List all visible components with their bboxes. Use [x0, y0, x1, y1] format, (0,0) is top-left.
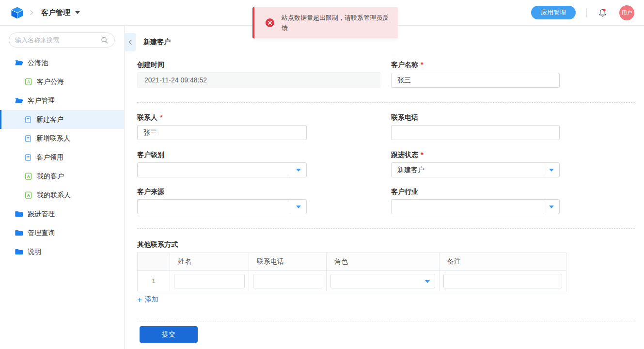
sidebar-item-gonghaichi[interactable]: 公海池 [0, 53, 124, 72]
svg-text:A: A [27, 193, 30, 198]
search-icon[interactable] [101, 36, 109, 44]
sidebar-item-kehulingyong[interactable]: 客户领用 [0, 148, 124, 167]
add-row-button[interactable]: + 添加 [137, 295, 158, 304]
app-manage-button[interactable]: 应用管理 [531, 6, 576, 19]
sidebar-item-label: 公海池 [28, 59, 48, 67]
submit-button[interactable]: 提交 [140, 326, 198, 343]
search-input[interactable] [15, 36, 101, 44]
table-row: 1 [138, 271, 566, 291]
folder-open-icon [15, 59, 23, 66]
created-time-label: 创建时间 [137, 61, 164, 70]
error-circle-x-icon [265, 18, 275, 28]
contact-phone-cell-input[interactable] [253, 274, 322, 288]
back-button[interactable] [125, 33, 136, 51]
column-header-role: 角色 [327, 253, 440, 271]
column-header-note: 备注 [440, 253, 566, 271]
other-contacts-table: 姓名 联系电话 角色 备注 1 [137, 253, 566, 291]
folder-icon [15, 229, 23, 237]
follow-status-select[interactable]: 新建客户 [391, 162, 560, 177]
follow-status-label: 跟进状态* [391, 151, 423, 160]
folder-open-icon [15, 97, 23, 104]
error-toast: 站点数据量超出限制，请联系管理员反馈 [252, 7, 398, 38]
notification-bell-icon[interactable] [597, 8, 608, 18]
breadcrumb-chevron-right-icon [29, 9, 34, 16]
caret-down-icon [425, 280, 430, 283]
sidebar-item-label: 管理查询 [28, 229, 55, 238]
select-value: 新建客户 [392, 166, 543, 174]
required-asterisk: * [421, 151, 423, 159]
svg-text:A: A [27, 79, 30, 84]
sidebar-item-xinzenglianxiren[interactable]: 新增联系人 [0, 129, 124, 148]
breadcrumb[interactable]: 客户管理 [41, 8, 70, 17]
row-index: 1 [138, 271, 170, 291]
document-icon [24, 154, 32, 161]
caret-down-icon [296, 206, 301, 208]
sidebar-item-label: 客户公海 [37, 78, 64, 86]
sidebar-item-kehugonghai[interactable]: A 客户公海 [0, 72, 124, 91]
sidebar-item-label: 客户领用 [36, 153, 63, 162]
customer-name-label: 客户名称* [391, 61, 423, 70]
sidebar-item-label: 我的客户 [37, 172, 64, 181]
column-header-name: 姓名 [170, 253, 249, 271]
sidebar-item-label: 我的联系人 [37, 191, 71, 200]
select-caret-segment[interactable] [290, 163, 306, 177]
sidebar-item-wodelianxiren[interactable]: A 我的联系人 [0, 186, 124, 205]
customer-industry-select[interactable] [391, 199, 560, 214]
toast-message: 站点数据量超出限制，请联系管理员反馈 [282, 7, 398, 38]
contact-note-input[interactable] [443, 274, 562, 288]
select-caret-segment[interactable] [290, 200, 306, 214]
other-contacts-label: 其他联系方式 [137, 240, 178, 250]
sidebar-item-label: 说明 [28, 248, 41, 256]
contact-card-icon: A [24, 172, 32, 180]
sidebar-item-label: 跟进管理 [28, 210, 55, 219]
sidebar-item-guanlichaxun[interactable]: 管理查询 [0, 223, 124, 242]
page-title: 新建客户 [143, 38, 171, 47]
sidebar-nav: 公海池 A 客户公海 [0, 53, 124, 261]
section-divider [137, 321, 635, 321]
sidebar-item-wodekehu[interactable]: A 我的客户 [0, 167, 124, 186]
column-header-index [138, 253, 170, 271]
table-header-row: 姓名 联系电话 角色 备注 [138, 253, 566, 271]
select-caret-segment[interactable] [543, 200, 559, 214]
plus-icon: + [137, 296, 142, 304]
customer-name-input[interactable] [391, 73, 560, 88]
folder-icon [15, 210, 23, 218]
caret-down-icon [549, 169, 554, 172]
toast-left-bar [252, 7, 254, 38]
svg-text:A: A [27, 174, 30, 179]
user-avatar[interactable]: 用户 [619, 5, 634, 20]
contact-phone-input[interactable] [391, 125, 560, 140]
contact-person-input[interactable] [137, 125, 307, 140]
sidebar-item-label: 新增联系人 [36, 134, 70, 143]
topbar-right: 应用管理 用户 [531, 5, 634, 20]
column-header-phone: 联系电话 [249, 253, 327, 271]
contact-phone-label: 联系电话 [391, 113, 418, 123]
breadcrumb-caret-down-icon[interactable] [75, 11, 80, 14]
contact-person-label: 联系人* [137, 113, 162, 123]
topbar-divider [586, 8, 587, 17]
section-divider [137, 102, 635, 103]
folder-icon [15, 248, 23, 255]
sidebar: 公海池 A 客户公海 [0, 26, 125, 349]
contact-name-input[interactable] [174, 274, 245, 288]
contact-card-icon: A [24, 191, 32, 199]
caret-down-icon [549, 206, 554, 208]
add-row-label: 添加 [145, 295, 158, 304]
sidebar-item-kehuguanli[interactable]: 客户管理 [0, 91, 124, 110]
document-icon [24, 116, 32, 124]
customer-source-select[interactable] [137, 199, 307, 214]
select-caret-segment[interactable] [543, 163, 559, 177]
sidebar-item-genjinguanli[interactable]: 跟进管理 [0, 205, 124, 223]
customer-industry-label: 客户行业 [391, 188, 418, 197]
section-divider [137, 228, 635, 229]
sidebar-item-xinjiankehu[interactable]: 新建客户 [0, 110, 124, 129]
customer-level-select[interactable] [137, 162, 307, 177]
sidebar-item-shuoming[interactable]: 说明 [0, 242, 124, 261]
created-time-field: 2021-11-24 09:48:52 [137, 72, 380, 88]
app-logo-cube-icon[interactable] [11, 6, 24, 19]
sidebar-search [9, 32, 115, 48]
document-icon [24, 135, 32, 143]
required-asterisk: * [160, 113, 162, 121]
contact-role-select[interactable] [330, 274, 435, 288]
sidebar-item-label: 新建客户 [36, 115, 63, 124]
